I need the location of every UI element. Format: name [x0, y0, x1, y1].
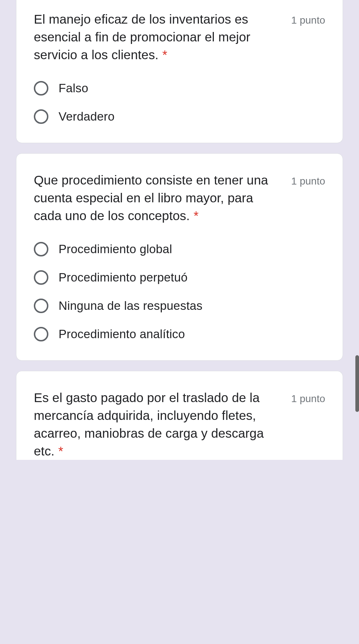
question-text-wrap: Que procedimiento consiste en tener una … — [34, 171, 291, 224]
radio-option[interactable]: Procedimiento analítico — [34, 327, 325, 341]
points-label: 1 punto — [291, 10, 325, 29]
radio-icon — [34, 242, 48, 256]
required-asterisk: * — [58, 444, 63, 458]
question-header: Que procedimiento consiste en tener una … — [34, 171, 325, 224]
radio-icon — [34, 270, 48, 285]
question-header: El manejo eficaz de los inventarios es e… — [34, 10, 325, 64]
question-header: Es el gasto pagado por el traslado de la… — [34, 389, 325, 460]
points-label: 1 punto — [291, 171, 325, 190]
option-label: Procedimiento perpetuó — [59, 271, 188, 284]
radio-icon — [34, 327, 48, 341]
scrollbar-thumb[interactable] — [355, 355, 359, 412]
radio-icon — [34, 81, 48, 96]
options-group: Procedimiento global Procedimiento perpe… — [34, 242, 325, 341]
required-asterisk: * — [162, 48, 167, 62]
question-card: Es el gasto pagado por el traslado de la… — [16, 371, 343, 460]
option-label: Falso — [59, 81, 88, 95]
question-card: Que procedimiento consiste en tener una … — [16, 153, 343, 361]
question-text: El manejo eficaz de los inventarios es e… — [34, 12, 250, 62]
question-card: El manejo eficaz de los inventarios es e… — [16, 0, 343, 143]
required-asterisk: * — [194, 208, 199, 223]
option-label: Procedimiento analítico — [59, 327, 185, 341]
radio-option[interactable]: Procedimiento perpetuó — [34, 270, 325, 285]
question-text-wrap: El manejo eficaz de los inventarios es e… — [34, 10, 291, 64]
option-label: Procedimiento global — [59, 242, 172, 256]
radio-icon — [34, 299, 48, 313]
option-label: Ninguna de las respuestas — [59, 299, 203, 313]
points-label: 1 punto — [291, 389, 325, 407]
radio-option[interactable]: Procedimiento global — [34, 242, 325, 256]
question-text: Es el gasto pagado por el traslado de la… — [34, 390, 264, 458]
radio-icon — [34, 109, 48, 124]
radio-option[interactable]: Ninguna de las respuestas — [34, 299, 325, 313]
radio-option[interactable]: Falso — [34, 81, 325, 96]
option-label: Verdadero — [59, 110, 115, 123]
radio-option[interactable]: Verdadero — [34, 109, 325, 124]
options-group: Falso Verdadero — [34, 81, 325, 124]
question-text: Que procedimiento consiste en tener una … — [34, 173, 268, 223]
question-text-wrap: Es el gasto pagado por el traslado de la… — [34, 389, 291, 460]
